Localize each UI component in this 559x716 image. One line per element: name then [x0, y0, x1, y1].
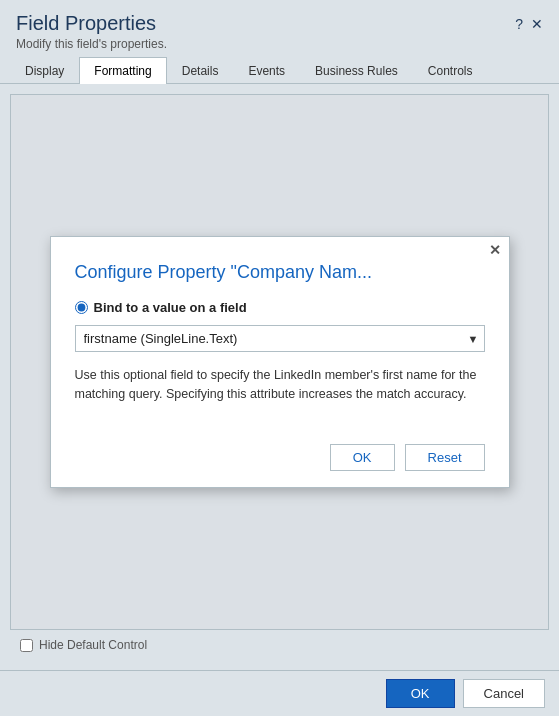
modal-overlay: ✕ Configure Property "Company Nam... Bin…	[11, 95, 548, 629]
modal-footer: OK Reset	[51, 444, 509, 487]
hide-default-control-checkbox[interactable]	[20, 639, 33, 652]
modal-heading: Configure Property "Company Nam...	[75, 261, 485, 284]
tab-formatting[interactable]: Formatting	[79, 57, 166, 84]
header-text: Field Properties Modify this field's pro…	[16, 12, 167, 51]
footer-ok-button[interactable]: OK	[386, 679, 455, 708]
header-icons: ? ✕	[515, 16, 543, 32]
tab-display[interactable]: Display	[10, 57, 79, 84]
tab-events[interactable]: Events	[233, 57, 300, 84]
tab-controls[interactable]: Controls	[413, 57, 488, 84]
content-inner: ✕ Configure Property "Company Nam... Bin…	[10, 94, 549, 630]
panel-subtitle: Modify this field's properties.	[16, 37, 167, 51]
panel-header: Field Properties Modify this field's pro…	[0, 0, 559, 57]
tabs-bar: Display Formatting Details Events Busine…	[0, 57, 559, 84]
modal-reset-button[interactable]: Reset	[405, 444, 485, 471]
tab-business-rules[interactable]: Business Rules	[300, 57, 413, 84]
bind-to-field-radio[interactable]	[75, 301, 88, 314]
help-icon[interactable]: ?	[515, 16, 523, 32]
field-select[interactable]: firstname (SingleLine.Text)	[75, 325, 485, 352]
tab-details[interactable]: Details	[167, 57, 234, 84]
modal-body: Configure Property "Company Nam... Bind …	[51, 257, 509, 444]
field-select-wrapper: firstname (SingleLine.Text) ▼	[75, 325, 485, 352]
bind-radio-label[interactable]: Bind to a value on a field	[94, 300, 247, 315]
modal-ok-button[interactable]: OK	[330, 444, 395, 471]
modal-close-icon[interactable]: ✕	[489, 243, 501, 257]
main-content: ✕ Configure Property "Company Nam... Bin…	[0, 84, 559, 670]
footer-cancel-button[interactable]: Cancel	[463, 679, 545, 708]
panel-footer: OK Cancel	[0, 670, 559, 716]
configure-property-modal: ✕ Configure Property "Company Nam... Bin…	[50, 236, 510, 488]
hide-default-control-label[interactable]: Hide Default Control	[39, 638, 147, 652]
hide-default-control-row: Hide Default Control	[20, 638, 147, 652]
window-close-icon[interactable]: ✕	[531, 16, 543, 32]
modal-description: Use this optional field to specify the L…	[75, 366, 485, 404]
panel-title: Field Properties	[16, 12, 167, 35]
outer-panel: Field Properties Modify this field's pro…	[0, 0, 559, 716]
bottom-area: Hide Default Control	[10, 630, 549, 660]
bind-radio-row: Bind to a value on a field	[75, 300, 485, 315]
modal-titlebar: ✕	[51, 237, 509, 257]
